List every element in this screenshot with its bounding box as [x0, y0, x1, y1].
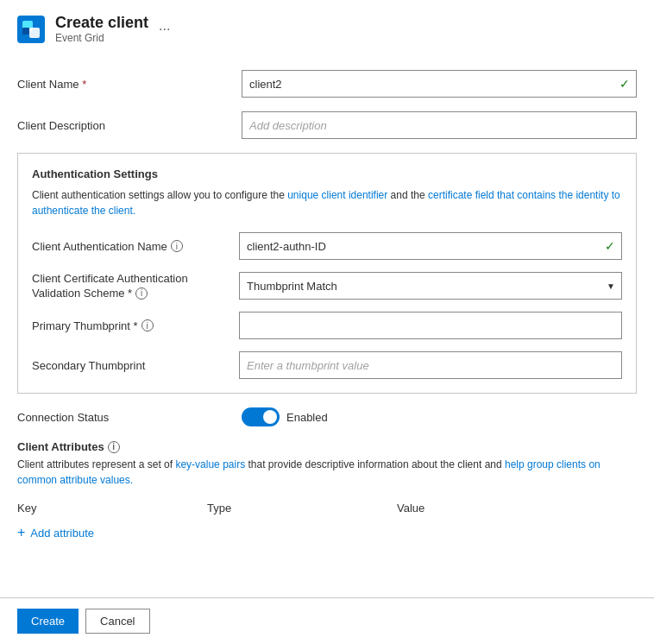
auth-name-control: ✓	[239, 232, 622, 260]
auth-name-label: Client Authentication Name i	[32, 240, 239, 253]
client-description-row: Client Description	[17, 111, 637, 139]
page-title: Create client	[55, 14, 148, 32]
page-container: Create client Event Grid ··· Client Name…	[0, 0, 654, 644]
add-attribute-button[interactable]: + Add attribute	[17, 521, 94, 544]
page-subtitle: Event Grid	[55, 32, 148, 44]
svg-rect-2	[29, 28, 40, 38]
page-footer: Create Cancel	[0, 597, 654, 644]
client-name-checkmark: ✓	[619, 77, 630, 91]
connection-status-toggle-container: Enabled	[242, 407, 328, 426]
cert-scheme-select-wrapper: Thumbprint Match ▼	[239, 272, 622, 300]
auth-link-identifier[interactable]: unique client identifier	[287, 189, 387, 201]
add-attribute-label: Add attribute	[30, 527, 94, 540]
auth-name-input[interactable]	[239, 232, 622, 260]
primary-thumbprint-info-icon[interactable]: i	[141, 319, 154, 331]
primary-thumbprint-label: Primary Thumbprint * i	[32, 319, 239, 332]
client-description-control	[242, 111, 637, 139]
more-options-icon[interactable]: ···	[159, 22, 170, 37]
app-icon	[17, 16, 45, 43]
client-description-input[interactable]	[242, 111, 637, 139]
auth-section-desc: Client authentication settings allow you…	[32, 187, 622, 218]
secondary-thumbprint-input[interactable]	[239, 351, 622, 379]
cert-scheme-info-icon[interactable]: i	[135, 287, 148, 300]
primary-thumbprint-control	[239, 312, 622, 339]
col-value-header: Value	[397, 502, 637, 515]
add-attribute-plus-icon: +	[17, 525, 25, 540]
client-description-label: Client Description	[17, 119, 242, 132]
client-attributes-section: Client Attributes i Client attributes re…	[17, 440, 637, 544]
cert-scheme-label-wrap: Client Certificate Authentication Valida…	[32, 272, 239, 300]
secondary-thumbprint-control	[239, 351, 622, 379]
create-button[interactable]: Create	[17, 609, 79, 634]
col-type-header: Type	[207, 502, 397, 515]
cert-scheme-select[interactable]: Thumbprint Match	[239, 272, 622, 300]
cancel-button[interactable]: Cancel	[85, 609, 149, 634]
cert-scheme-row: Client Certificate Authentication Valida…	[32, 272, 622, 300]
connection-status-row: Connection Status Enabled	[17, 407, 637, 426]
client-name-label: Client Name *	[17, 78, 242, 91]
client-name-input[interactable]	[242, 70, 637, 98]
auth-name-checkmark: ✓	[605, 239, 615, 253]
attributes-desc: Client attributes represent a set of key…	[17, 457, 637, 488]
header-text-group: Create client Event Grid	[55, 14, 148, 44]
connection-status-value: Enabled	[286, 411, 328, 424]
primary-thumbprint-row: Primary Thumbprint * i	[32, 312, 622, 339]
col-key-header: Key	[17, 502, 207, 515]
auth-section-title: Authentication Settings	[32, 167, 622, 180]
attributes-link-pairs[interactable]: key-value pairs	[175, 458, 245, 470]
attributes-info-icon[interactable]: i	[108, 441, 120, 453]
attributes-title: Client Attributes i	[17, 440, 637, 453]
auth-name-row: Client Authentication Name i ✓	[32, 232, 622, 260]
form-content: Client Name * ✓ Client Description Authe…	[0, 53, 654, 597]
primary-thumbprint-input[interactable]	[239, 312, 622, 339]
connection-status-toggle[interactable]	[242, 407, 280, 426]
svg-rect-3	[22, 28, 29, 35]
connection-status-label: Connection Status	[17, 411, 242, 424]
page-header: Create client Event Grid ···	[0, 0, 654, 53]
attributes-link-group[interactable]: help group clients on common attribute v…	[17, 458, 601, 486]
attributes-table-header: Key Type Value	[17, 498, 637, 518]
secondary-thumbprint-label: Secondary Thumbprint	[32, 359, 239, 372]
secondary-thumbprint-row: Secondary Thumbprint	[32, 351, 622, 379]
client-name-control: ✓	[242, 70, 637, 98]
toggle-thumb	[263, 410, 277, 424]
auth-settings-section: Authentication Settings Client authentic…	[17, 153, 637, 394]
client-name-row: Client Name * ✓	[17, 70, 637, 98]
auth-name-info-icon[interactable]: i	[171, 240, 183, 252]
